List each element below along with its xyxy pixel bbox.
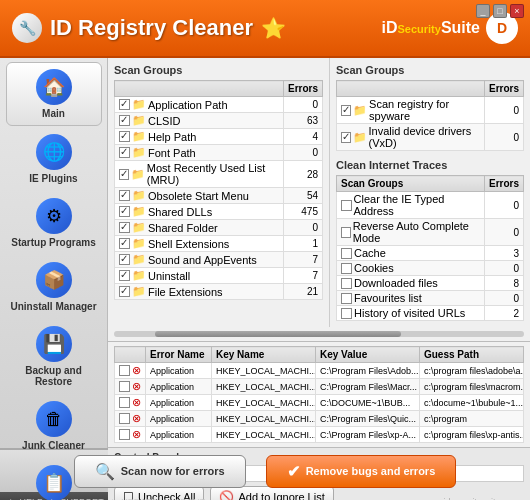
error-key: HKEY_LOCAL_MACHI...: [212, 411, 316, 427]
checkbox-9[interactable]: [119, 254, 130, 265]
sidebar-item-main[interactable]: 🏠 Main: [6, 62, 102, 126]
error-checkbox-3[interactable]: [119, 413, 130, 424]
folder-icon: 📁: [132, 114, 146, 127]
error-value: C:\Program Files\xp-A...: [315, 427, 419, 443]
clean-checkbox-1[interactable]: [341, 227, 351, 238]
error-checkbox-4[interactable]: [119, 429, 130, 440]
checkbox-10[interactable]: [119, 270, 130, 281]
sidebar-icon-junk: 🗑: [36, 401, 72, 437]
error-name: Application: [146, 411, 212, 427]
scan-group-name: 📁 Most Recently Used List (MRU): [115, 161, 284, 188]
spyware-group-name: 📁 Scan registry for spyware: [337, 97, 485, 124]
checkbox-8[interactable]: [119, 238, 130, 249]
add-ignore-button[interactable]: 🚫 Add to Ignore List: [210, 486, 333, 500]
error-section: Error Name Key Name Key Value Guess Path…: [108, 341, 530, 447]
spy-checkbox-1[interactable]: [341, 132, 351, 143]
left-panel-title: Scan Groups: [114, 64, 323, 76]
remove-label: Remove bugs and errors: [306, 465, 436, 477]
group-label: Application Path: [148, 99, 228, 111]
checkbox-6[interactable]: [119, 206, 130, 217]
group-label: Obsolete Start Menu: [148, 190, 249, 202]
error-row-cb: ⊗: [115, 427, 146, 443]
folder-icon: 📁: [132, 285, 146, 298]
checkbox-0[interactable]: [119, 99, 130, 110]
clean-checkbox-3[interactable]: [341, 263, 352, 274]
content-top: Scan Groups Errors 📁 Application Pat: [108, 58, 530, 327]
clean-label: History of visited URLs: [354, 307, 465, 319]
sidebar-item-startup[interactable]: ⚙ Startup Programs: [6, 192, 102, 254]
error-checkbox-0[interactable]: [119, 365, 130, 376]
sidebar-item-backup[interactable]: 💾 Backup and Restore: [6, 320, 102, 393]
error-row-cb: ⊗: [115, 363, 146, 379]
sidebar-item-uninstall[interactable]: 📦 Uninstall Manager: [6, 256, 102, 318]
star-icon: ⭐: [261, 16, 286, 40]
error-count: 2: [484, 306, 523, 321]
scroll-bar[interactable]: [114, 331, 524, 337]
error-checkbox-2[interactable]: [119, 397, 130, 408]
app-title: ID Registry Cleaner: [50, 15, 253, 41]
sidebar-item-junk[interactable]: 🗑 Junk Cleaner: [6, 395, 102, 457]
error-guess: c:\program files\macrom...: [419, 379, 523, 395]
checkbox-7[interactable]: [119, 222, 130, 233]
scan-group-name: 📁 Shared Folder: [115, 220, 284, 236]
clean-checkbox-6[interactable]: [341, 308, 352, 319]
error-count: 54: [283, 188, 322, 204]
error-count: 63: [283, 113, 322, 129]
err-col-name: Error Name: [146, 347, 212, 363]
remove-button[interactable]: ✔ Remove bugs and errors: [266, 455, 457, 488]
right-panel: Scan Groups Errors 📁 Scan registry f: [330, 58, 530, 327]
checkbox-11[interactable]: [119, 286, 130, 297]
error-count: 0: [283, 145, 322, 161]
group-label: Help Path: [148, 131, 196, 143]
table-row: 📁 Obsolete Start Menu 54: [115, 188, 323, 204]
clean-label: Reverse Auto Complete Mode: [353, 220, 480, 244]
content-area: Scan Groups Errors 📁 Application Pat: [108, 58, 530, 448]
sidebar-item-ie-plugins[interactable]: 🌐 IE Plugins: [6, 128, 102, 190]
error-icon: ⊗: [132, 364, 141, 377]
table-row: ⊗ Application HKEY_LOCAL_MACHI... C:\Pro…: [115, 379, 524, 395]
error-count: 7: [283, 268, 322, 284]
checkbox-4[interactable]: [119, 169, 129, 180]
table-row: 📁 Application Path 0: [115, 97, 323, 113]
folder-icon: 📁: [132, 269, 146, 282]
table-row: 📁 Uninstall 7: [115, 268, 323, 284]
error-value: C:\Program Files\Quic...: [315, 411, 419, 427]
folder-icon: 📁: [132, 253, 146, 266]
clean-checkbox-4[interactable]: [341, 278, 352, 289]
table-row: 📁 CLSID 63: [115, 113, 323, 129]
close-button[interactable]: ×: [510, 4, 524, 18]
remove-icon: ✔: [287, 462, 300, 481]
clean-checkbox-5[interactable]: [341, 293, 352, 304]
error-checkbox-1[interactable]: [119, 381, 130, 392]
spy-checkbox-0[interactable]: [341, 105, 351, 116]
clean-checkbox-2[interactable]: [341, 248, 352, 259]
checkbox-1[interactable]: [119, 115, 130, 126]
error-count: 0: [283, 220, 322, 236]
spyware-label: Invalid device drivers (VxD): [369, 125, 480, 149]
table-row: Downloaded files 8: [337, 276, 524, 291]
clean-label: Favourites list: [354, 292, 422, 304]
app-icon: 🔧: [12, 13, 42, 43]
folder-icon: 📁: [131, 168, 145, 181]
checkbox-2[interactable]: [119, 131, 130, 142]
sidebar-label-main: Main: [42, 108, 65, 119]
spyware-group-name: 📁 Invalid device drivers (VxD): [337, 124, 485, 151]
clean-checkbox-0[interactable]: [341, 200, 352, 211]
col-name-header2: [337, 81, 485, 97]
clean-label: Clear the IE Typed Address: [354, 193, 480, 217]
folder-icon: 📁: [353, 131, 367, 144]
checkbox-5[interactable]: [119, 190, 130, 201]
col-errors-header: Errors: [283, 81, 322, 97]
table-row: 📁 Shared Folder 0: [115, 220, 323, 236]
maximize-button[interactable]: □: [493, 4, 507, 18]
checkbox-3[interactable]: [119, 147, 130, 158]
error-count: 8: [484, 276, 523, 291]
minimize-button[interactable]: _: [476, 4, 490, 18]
error-name: Application: [146, 395, 212, 411]
spyware-table: Errors 📁 Scan registry for spyware 0 📁 I…: [336, 80, 524, 151]
scan-button[interactable]: 🔍 Scan now for errors: [74, 455, 246, 488]
error-count: 1: [283, 236, 322, 252]
table-row: Cache 3: [337, 246, 524, 261]
table-row: 📁 Sound and AppEvents 7: [115, 252, 323, 268]
scan-group-name: 📁 Shell Extensions: [115, 236, 284, 252]
